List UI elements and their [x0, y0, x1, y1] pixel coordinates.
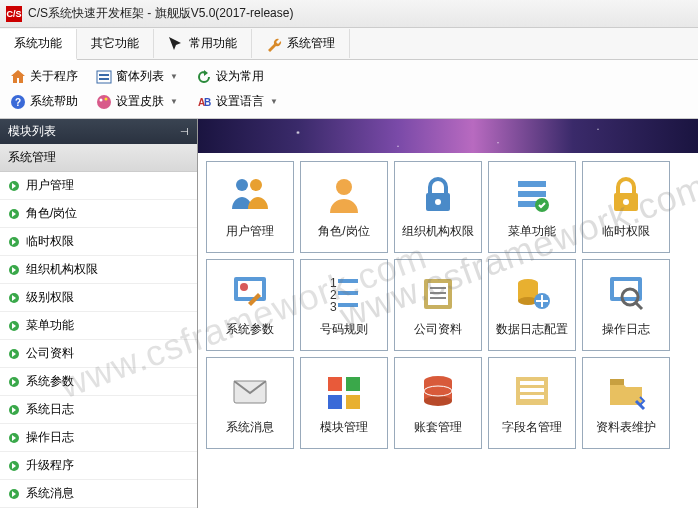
sidebar-item-label: 临时权限 [26, 233, 74, 250]
sidebar-item[interactable]: 组织机构权限 [0, 256, 197, 284]
sidebar-item[interactable]: 系统消息 [0, 480, 197, 508]
svg-point-26 [435, 199, 441, 205]
module-cell-org-perm[interactable]: 组织机构权限 [394, 161, 482, 253]
module-label: 模块管理 [320, 419, 368, 436]
module-cell-temp-perm[interactable]: 临时权限 [582, 161, 670, 253]
svg-rect-2 [99, 78, 109, 80]
sidebar-item[interactable]: 升级程序 [0, 452, 197, 480]
bullet-icon [8, 292, 20, 304]
svg-rect-46 [430, 297, 446, 299]
module-cell-acct-mgmt[interactable]: 账套管理 [394, 357, 482, 449]
tab-other-func[interactable]: 其它功能 [77, 29, 154, 58]
module-cell-dblog[interactable]: 数据日志配置 [488, 259, 576, 351]
sidebar-item[interactable]: 菜单功能 [0, 312, 197, 340]
module-cell-sys-msg[interactable]: 系统消息 [206, 357, 294, 449]
sidebar-item-label: 用户管理 [26, 177, 74, 194]
set-common-button[interactable]: 设为常用 [194, 66, 266, 87]
module-cell-company[interactable]: 公司资料 [394, 259, 482, 351]
svg-rect-44 [430, 287, 446, 289]
about-button[interactable]: 关于程序 [8, 66, 80, 87]
help-button[interactable]: ? 系统帮助 [8, 91, 80, 112]
sidebar-item[interactable]: 操作日志 [0, 424, 197, 452]
sidebar-item[interactable]: 临时权限 [0, 228, 197, 256]
svg-rect-45 [430, 292, 446, 294]
module-label: 公司资料 [414, 321, 462, 338]
toolbar: 关于程序 窗体列表▼ 设为常用 ? 系统帮助 设置皮肤▼ AB 设置语言▼ [0, 60, 698, 119]
sidebar-item[interactable]: 系统参数 [0, 368, 197, 396]
svg-rect-27 [518, 181, 546, 187]
module-cell-sys-param[interactable]: 系统参数 [206, 259, 294, 351]
bullet-icon [8, 460, 20, 472]
sidebar-root[interactable]: 系统管理 [0, 144, 197, 172]
module-cell-table-maint[interactable]: 资料表维护 [582, 357, 670, 449]
svg-rect-58 [346, 395, 360, 409]
tab-common-func[interactable]: 常用功能 [154, 29, 252, 58]
svg-rect-64 [520, 381, 544, 385]
pin-icon[interactable]: ⊣ [180, 126, 189, 137]
module-label: 资料表维护 [596, 419, 656, 436]
bullet-icon [8, 432, 20, 444]
module-cell-mod-mgmt[interactable]: 模块管理 [300, 357, 388, 449]
svg-rect-0 [97, 71, 111, 83]
svg-point-24 [336, 179, 352, 195]
svg-rect-1 [99, 74, 109, 76]
home-icon [10, 69, 26, 85]
module-label: 系统消息 [226, 419, 274, 436]
module-cell-role[interactable]: 角色/岗位 [300, 161, 388, 253]
sidebar-item-label: 系统参数 [26, 373, 74, 390]
svg-rect-65 [520, 388, 544, 392]
bullet-icon [8, 264, 20, 276]
bullet-icon [8, 320, 20, 332]
sidebar-item-label: 系统消息 [26, 485, 74, 502]
module-label: 数据日志配置 [496, 321, 568, 338]
module-cell-op-log[interactable]: 操作日志 [582, 259, 670, 351]
module-label: 角色/岗位 [318, 223, 369, 240]
bullet-icon [8, 180, 20, 192]
svg-point-6 [100, 98, 103, 101]
window-list-button[interactable]: 窗体列表▼ [94, 66, 180, 87]
sidebar-item[interactable]: 公司资料 [0, 340, 197, 368]
bullet-icon [8, 404, 20, 416]
svg-rect-39 [338, 291, 358, 295]
svg-point-5 [97, 95, 111, 109]
svg-rect-37 [338, 279, 358, 283]
module-cell-user-mgmt[interactable]: 用户管理 [206, 161, 294, 253]
sidebar-item-label: 级别权限 [26, 289, 74, 306]
module-cell-field-mgmt[interactable]: 字段名管理 [488, 357, 576, 449]
bullet-icon [8, 376, 20, 388]
app-icon: C/S [6, 6, 22, 22]
sidebar-item-label: 组织机构权限 [26, 261, 98, 278]
svg-rect-55 [328, 377, 342, 391]
sidebar-item[interactable]: 系统日志 [0, 396, 197, 424]
skin-button[interactable]: 设置皮肤▼ [94, 91, 180, 112]
wrench-icon [266, 36, 282, 52]
sidebar-panel-title: 模块列表 [8, 123, 56, 140]
module-cell-code-rule[interactable]: 123号码规则 [300, 259, 388, 351]
sidebar-item[interactable]: 用户管理 [0, 172, 197, 200]
tab-system-func[interactable]: 系统功能 [0, 29, 77, 60]
module-label: 菜单功能 [508, 223, 556, 240]
list-icon [96, 69, 112, 85]
bullet-icon [8, 236, 20, 248]
chevron-down-icon: ▼ [270, 97, 278, 106]
module-cell-menu-func[interactable]: 菜单功能 [488, 161, 576, 253]
help-icon: ? [10, 94, 26, 110]
svg-rect-56 [346, 377, 360, 391]
sidebar-item-label: 角色/岗位 [26, 205, 77, 222]
bullet-icon [8, 208, 20, 220]
refresh-icon [196, 69, 212, 85]
sidebar-item[interactable]: 角色/岗位 [0, 200, 197, 228]
tab-system-mgmt[interactable]: 系统管理 [252, 29, 350, 58]
svg-point-61 [424, 396, 452, 406]
bullet-icon [8, 348, 20, 360]
svg-text:?: ? [15, 97, 21, 108]
sidebar-item[interactable]: 级别权限 [0, 284, 197, 312]
module-label: 临时权限 [602, 223, 650, 240]
cursor-icon [168, 36, 184, 52]
sidebar-tree: 用户管理角色/岗位临时权限组织机构权限级别权限菜单功能公司资料系统参数系统日志操… [0, 172, 197, 508]
palette-icon [96, 94, 112, 110]
content-area: 用户管理角色/岗位组织机构权限菜单功能临时权限系统参数123号码规则公司资料数据… [198, 119, 698, 508]
sidebar-item-label: 菜单功能 [26, 317, 74, 334]
language-button[interactable]: AB 设置语言▼ [194, 91, 280, 112]
ribbon-tabs: 系统功能 其它功能 常用功能 系统管理 [0, 28, 698, 60]
